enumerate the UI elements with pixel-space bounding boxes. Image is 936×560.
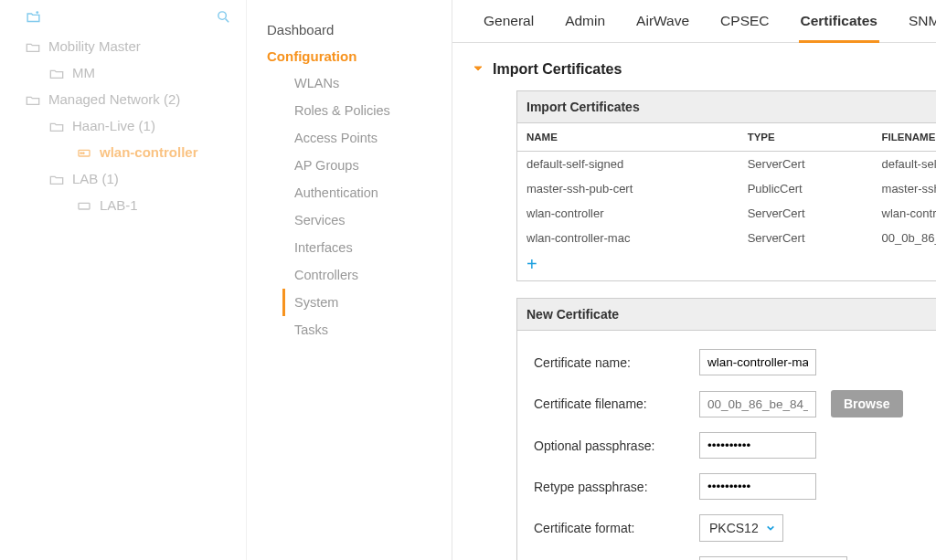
content-area: General Admin AirWave CPSEC Certificates… (452, 0, 936, 560)
cell-type: ServerCert (739, 226, 873, 250)
passphrase-input[interactable] (699, 432, 816, 459)
chevron-down-icon (766, 523, 775, 533)
cert-name-input[interactable] (699, 349, 816, 375)
nav-authentication[interactable]: Authentication (267, 179, 452, 206)
add-certificate-button[interactable]: + (517, 250, 936, 280)
tree-item-wlan-controller[interactable]: wlan-controller (0, 139, 246, 165)
cell-filename: wlan-controller.pem (873, 201, 936, 226)
panel-title: Import Certificates (517, 91, 936, 123)
col-filename[interactable]: FILENAME (873, 123, 936, 152)
browse-button[interactable]: Browse (831, 390, 903, 417)
svg-rect-4 (79, 203, 90, 209)
section-toggle[interactable]: Import Certificates (473, 61, 936, 78)
col-type[interactable]: TYPE (739, 123, 873, 152)
table-row[interactable]: default-self-signed ServerCert default-s… (517, 152, 936, 177)
config-nav: Dashboard Configuration WLANs Roles & Po… (247, 0, 452, 560)
table-row[interactable]: wlan-controller ServerCert wlan-controll… (517, 201, 936, 226)
new-folder-icon[interactable] (26, 9, 41, 27)
cell-filename: default-self-signed (873, 152, 936, 177)
nav-services[interactable]: Services (267, 206, 452, 234)
cert-filename-input (699, 391, 816, 417)
tab-cpsec[interactable]: CPSEC (718, 13, 771, 42)
cell-filename: 00_0b_86_be_84_00.p12 (873, 226, 936, 250)
certificates-panel: Import Certificates NAME TYPE FILENAME R… (516, 90, 936, 281)
svg-point-2 (80, 153, 81, 153)
tab-bar: General Admin AirWave CPSEC Certificates… (452, 0, 936, 43)
tree-label: wlan-controller (100, 144, 198, 160)
table-row[interactable]: wlan-controller-mac ServerCert 00_0b_86_… (517, 226, 936, 250)
form-title: New Certificate (517, 299, 936, 331)
tab-admin[interactable]: Admin (563, 13, 607, 42)
select-value: PKCS12 (709, 521, 759, 535)
tab-general[interactable]: General (482, 13, 536, 42)
nav-interfaces[interactable]: Interfaces (267, 234, 452, 261)
tab-airwave[interactable]: AirWave (634, 13, 691, 42)
label-retype-passphrase: Retype passphrase: (534, 480, 685, 494)
cell-name: default-self-signed (517, 152, 739, 177)
search-icon[interactable] (216, 9, 231, 27)
nav-controllers[interactable]: Controllers (267, 261, 452, 289)
nav-access-points[interactable]: Access Points (267, 124, 452, 152)
certificates-table: NAME TYPE FILENAME REFERENCE default-sel… (517, 123, 936, 250)
tree-label: Haan-Live (1) (72, 118, 155, 133)
table-row[interactable]: master-ssh-pub-cert PublicCert master-ss… (517, 176, 936, 201)
svg-point-3 (83, 153, 84, 153)
cert-format-select[interactable]: PKCS12 (699, 514, 783, 542)
cell-name: master-ssh-pub-cert (517, 176, 739, 201)
tree-item-haan-live[interactable]: Haan-Live (1) (0, 112, 246, 139)
tree-label: Managed Network (2) (48, 91, 180, 107)
label-cert-format: Certificate format: (534, 521, 685, 535)
tree-label: LAB (1) (72, 171, 119, 186)
tree-item-managed-network[interactable]: Managed Network (2) (0, 86, 246, 112)
tree-label: LAB-1 (100, 197, 138, 213)
tree-item-lab-1[interactable]: LAB-1 (0, 192, 246, 218)
new-certificate-panel: New Certificate Certificate name: Certif… (516, 298, 936, 560)
cell-type: ServerCert (739, 201, 873, 226)
nav-system[interactable]: System (282, 289, 452, 316)
chevron-down-icon (473, 61, 484, 78)
label-passphrase: Optional passphrase: (534, 438, 685, 453)
svg-point-0 (218, 12, 227, 19)
cell-type: ServerCert (739, 152, 873, 177)
nav-configuration[interactable]: Configuration (267, 43, 452, 69)
hierarchy-sidebar: Mobility Master MM Managed Network (2) H… (0, 0, 247, 560)
section-title: Import Certificates (493, 61, 622, 78)
tree-label: MM (72, 65, 95, 80)
tree-item-lab[interactable]: LAB (1) (0, 165, 246, 192)
cell-name: wlan-controller-mac (517, 226, 739, 250)
cert-type-select[interactable]: ServerCert (699, 556, 847, 560)
label-cert-filename: Certificate filename: (534, 396, 685, 411)
cell-filename: master-ssh-pub-cert (873, 176, 936, 201)
retype-passphrase-input[interactable] (699, 473, 816, 500)
tab-certificates[interactable]: Certificates (799, 13, 879, 43)
nav-dashboard[interactable]: Dashboard (267, 16, 452, 43)
tree-label: Mobility Master (48, 38, 141, 54)
nav-ap-groups[interactable]: AP Groups (267, 152, 452, 179)
nav-tasks[interactable]: Tasks (267, 316, 452, 343)
nav-wlans[interactable]: WLANs (267, 69, 452, 97)
tab-snmp[interactable]: SNMP (907, 13, 936, 42)
label-cert-name: Certificate name: (534, 355, 685, 370)
tree-item-mm[interactable]: MM (0, 59, 246, 86)
cell-type: PublicCert (739, 176, 873, 201)
col-name[interactable]: NAME (517, 123, 739, 152)
tree-item-mobility-master[interactable]: Mobility Master (0, 33, 246, 59)
nav-roles-policies[interactable]: Roles & Policies (267, 97, 452, 124)
cell-name: wlan-controller (517, 201, 739, 226)
